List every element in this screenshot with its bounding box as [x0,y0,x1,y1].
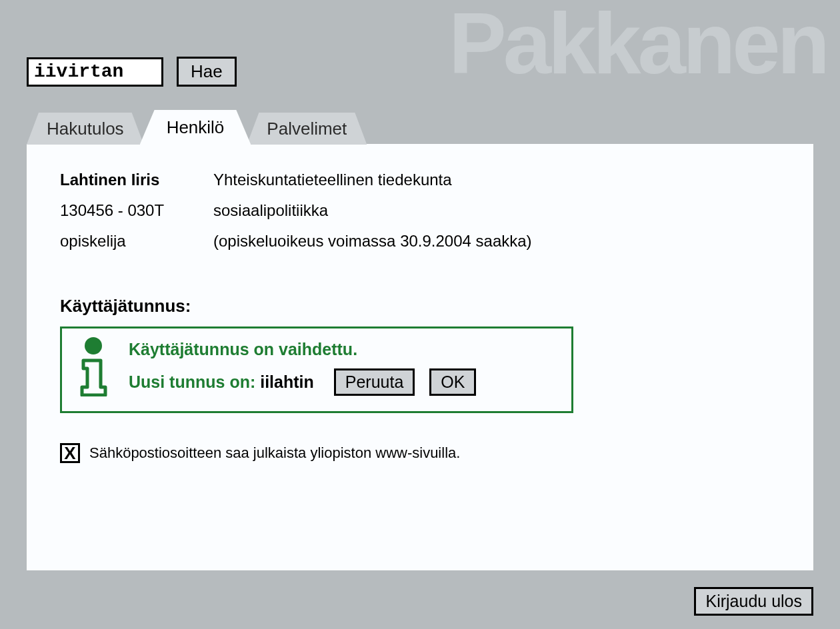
username-label: Käyttäjätunnus: [60,296,780,316]
tab-palvelimet[interactable]: Palvelimet [247,113,367,145]
tab-bar: Hakutulos Henkilö Palvelimet [27,110,813,145]
username-new: Uusi tunnus on: iilahtin [129,372,314,392]
person-name: Lahtinen Iiris [60,171,213,189]
svg-point-0 [85,337,102,354]
person-subject: sosiaalipolitiikka [213,201,780,220]
publish-email-checkbox[interactable]: X [60,443,80,463]
person-id: 130456 - 030T [60,201,213,220]
person-validity: (opiskeluoikeus voimassa 30.9.2004 saakk… [213,232,780,251]
username-changed-message: Käyttäjätunnus on vaihdettu. [129,340,558,359]
search-input[interactable] [27,57,163,87]
cancel-button[interactable]: Peruuta [334,368,415,396]
publish-email-label: Sähköpostiosoitteen saa julkaista yliopi… [89,444,460,462]
ok-button[interactable]: OK [429,368,476,396]
username-changed-notice: Käyttäjätunnus on vaihdettu. Uusi tunnus… [60,326,573,413]
brand-title: Pakkanen [449,0,827,93]
search-bar: Hae [27,57,237,87]
person-role: opiskelija [60,232,213,251]
logout-button[interactable]: Kirjaudu ulos [694,587,813,616]
search-button[interactable]: Hae [177,57,237,87]
person-faculty: Yhteiskuntatieteellinen tiedekunta [213,171,780,189]
person-panel: Lahtinen Iiris Yhteiskuntatieteellinen t… [27,144,813,570]
info-icon [75,336,112,399]
tab-hakutulos[interactable]: Hakutulos [27,113,144,145]
tab-henkilo[interactable]: Henkilö [140,110,251,145]
